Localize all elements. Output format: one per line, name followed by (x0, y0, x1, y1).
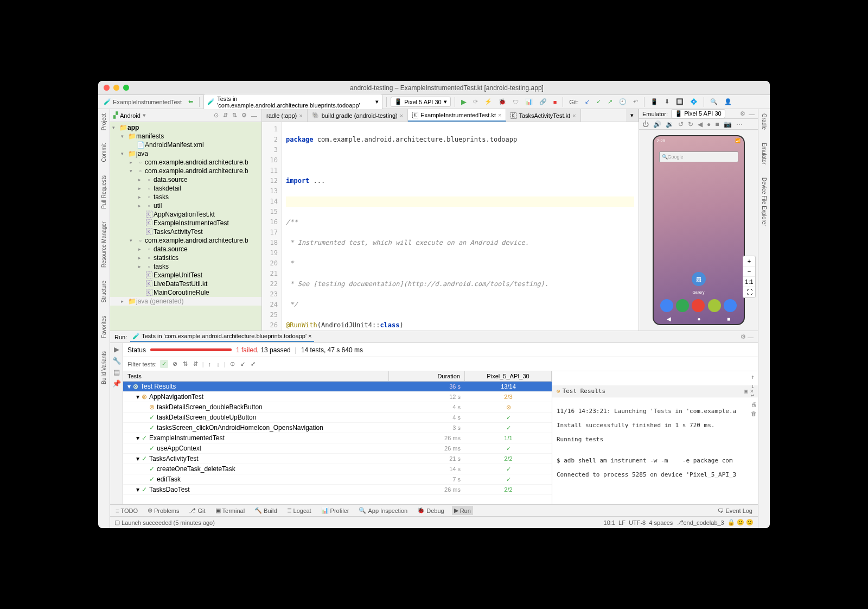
show-ignored-icon[interactable]: ⊘ (171, 360, 178, 367)
gear-icon[interactable]: ⚙ (240, 112, 248, 119)
test-row[interactable]: ✓useAppContext26 ms✓ (123, 443, 552, 454)
power-icon[interactable]: ⏻ (641, 120, 650, 128)
hide-icon[interactable]: — (748, 334, 754, 340)
tab-pull-requests[interactable]: Pull Requests (100, 173, 108, 211)
tabs-dropdown-icon[interactable]: ▾ (626, 109, 639, 122)
avd-icon[interactable]: 📱 (648, 97, 660, 106)
line-separator[interactable]: LF (618, 519, 626, 526)
scroll-up-icon[interactable]: ↑ (751, 373, 757, 380)
expand-all-icon[interactable]: ⤢ (250, 360, 257, 367)
tab-debug[interactable]: 🐞 Debug (415, 506, 446, 515)
export-icon[interactable]: ↙ (239, 360, 246, 367)
tab-build-variants[interactable]: Build Variants (100, 349, 108, 386)
coverage-icon[interactable]: 🛡 (510, 98, 521, 106)
dock-app-icon[interactable] (708, 299, 721, 312)
stop-icon[interactable]: ■ (551, 98, 559, 106)
rerun-icon[interactable]: ▶ (114, 345, 119, 353)
maximize-icon[interactable] (123, 85, 129, 91)
layout-icon[interactable]: ▤ (113, 368, 120, 376)
editor-tab[interactable]: 🇰 TasksActivityTest.kt× (506, 109, 580, 122)
next-failed-icon[interactable]: ↓ (215, 361, 221, 367)
tab-todo[interactable]: ≡ TODO (113, 506, 140, 515)
debug-icon[interactable]: 🐞 (496, 97, 508, 106)
git-rollback-icon[interactable]: ↶ (631, 97, 640, 106)
tab-gradle[interactable]: Gradle (760, 111, 768, 132)
git-branch[interactable]: end_codelab_3 (684, 519, 724, 526)
screenshot-icon[interactable]: 📷 (723, 120, 733, 128)
gallery-app-icon[interactable]: 🖼 (692, 272, 706, 286)
phone-frame[interactable]: 2:28📶 🔍 Google 🖼 Gallery (653, 135, 745, 325)
back-icon[interactable]: ⬅ (186, 97, 195, 106)
rotate-left-icon[interactable]: ↺ (677, 120, 685, 128)
happy-face-icon[interactable]: 🙂 (737, 519, 744, 526)
tree-item[interactable]: ▸📁java (generated) (110, 297, 261, 306)
dock-app-icon[interactable] (676, 299, 689, 312)
col-device[interactable]: Pixel_5_API_30 (465, 371, 552, 381)
tree-item[interactable]: 🇰ExampleInstrumentedTest (110, 219, 261, 227)
emulator-device-dropdown[interactable]: 📱 Pixel 5 API 30 (671, 109, 725, 118)
git-update-icon[interactable]: ↙ (583, 97, 592, 106)
git-push-icon[interactable]: ↗ (605, 97, 615, 106)
gear-icon[interactable]: ⚙ (741, 333, 746, 340)
indent[interactable]: 4 spaces (649, 519, 673, 526)
notifications-icon[interactable]: ▢ (114, 519, 120, 526)
project-tree[interactable]: ▾📁app ▾📁manifests 📄AndroidManifest.xml ▾… (110, 122, 261, 331)
tab-terminal[interactable]: ▣ Terminal (213, 506, 247, 515)
git-commit-icon[interactable]: ✓ (594, 97, 603, 106)
close-icon[interactable] (104, 85, 110, 91)
tab-device-file-explorer[interactable]: Device File Explorer (760, 175, 768, 228)
zoom-actual-button[interactable]: 1:1 (743, 277, 755, 287)
run-console[interactable]: ⊗Test Results▣ × 11/16 14:23:21: Launchi… (552, 371, 758, 504)
tree-item[interactable]: ▾▫com.example.android.architecture.b (110, 167, 261, 175)
tree-item[interactable]: 🇰ExampleUnitTest (110, 271, 261, 280)
clear-icon[interactable]: 🗑 (751, 410, 757, 417)
test-row[interactable]: ⊗taskDetailScreen_doubleBackButton4 s⊗ (123, 402, 552, 413)
avatar-icon[interactable]: 👤 (722, 97, 734, 106)
dock-app-icon[interactable] (660, 299, 673, 312)
tab-emulator[interactable]: Emulator (760, 141, 768, 167)
soft-wrap-icon[interactable]: ↩ (751, 392, 757, 399)
test-row[interactable]: ✓editTask7 s✓ (123, 474, 552, 485)
pin-icon[interactable]: 📌 (112, 379, 121, 388)
editor-tab[interactable]: 🐘 build.gradle (android-testing)× (308, 109, 408, 122)
attach-debug-icon[interactable]: 🔗 (537, 97, 549, 106)
phone-search[interactable]: 🔍 Google (659, 151, 738, 162)
tab-build[interactable]: 🔨 Build (252, 506, 279, 515)
editor-body[interactable]: 1 2 3 10 11 12 13 14 15 16 17 18 19 20 2… (262, 122, 639, 331)
close-tab-icon[interactable]: × (400, 112, 403, 119)
back-icon[interactable]: ◀ (697, 120, 704, 128)
tree-item[interactable]: ▸▫tasks (110, 262, 261, 271)
device-dropdown[interactable]: 📱 Pixel 5 API 30 ▾ (391, 97, 451, 107)
zoom-out-button[interactable]: − (743, 267, 755, 277)
encoding[interactable]: UTF-8 (629, 519, 646, 526)
apply-changes-icon[interactable]: ⟳ (471, 97, 480, 106)
test-row[interactable]: ▾✓TasksDaoTest26 ms2/2 (123, 485, 552, 495)
cursor-position[interactable]: 10:1 (604, 519, 615, 526)
test-row[interactable]: ✓createOneTask_deleteTask14 s✓ (123, 464, 552, 474)
home-icon[interactable]: ● (706, 120, 712, 128)
close-tab-icon[interactable]: × (498, 112, 501, 118)
tree-item[interactable]: ▸▫statistics (110, 253, 261, 262)
sort-icon[interactable]: ⇅ (182, 360, 189, 367)
tree-item[interactable]: ▾▫com.example.android.architecture.b (110, 236, 261, 245)
run-icon[interactable]: ▶ (459, 97, 469, 107)
nav-config[interactable]: 🧪 ExampleInstrumentedTest (101, 97, 184, 106)
apply-code-icon[interactable]: ⚡ (482, 97, 494, 106)
test-row[interactable]: ✓taskDetailScreen_doubleUpButton4 s✓ (123, 413, 552, 423)
nav-back-icon[interactable]: ◀ (667, 316, 671, 322)
tools-icon[interactable]: 🔧 (112, 357, 121, 365)
tab-problems[interactable]: ⊗ Problems (145, 506, 181, 515)
test-row[interactable]: ▾⊗AppNavigationTest12 s2/3 (123, 392, 552, 402)
nav-overview-icon[interactable]: ■ (727, 316, 730, 322)
tree-item[interactable]: ▸▫util (110, 201, 261, 210)
sdk-icon[interactable]: ⬇ (662, 97, 672, 106)
select-opened-icon[interactable]: ⊙ (213, 112, 220, 119)
sad-face-icon[interactable]: 🙁 (746, 519, 754, 526)
tab-commit[interactable]: Commit (100, 141, 108, 164)
tree-item[interactable]: ▸▫taskdetail (110, 184, 261, 193)
sort-alpha-icon[interactable]: ⇵ (192, 360, 199, 367)
show-passed-icon[interactable]: ✓ (160, 360, 168, 368)
tab-app-inspection[interactable]: 🔍 App Inspection (356, 506, 410, 515)
run-config-dropdown[interactable]: 🧪 Tests in 'com.example.android.architec… (203, 94, 382, 110)
tree-item[interactable]: 🇰MainCoroutineRule (110, 288, 261, 297)
